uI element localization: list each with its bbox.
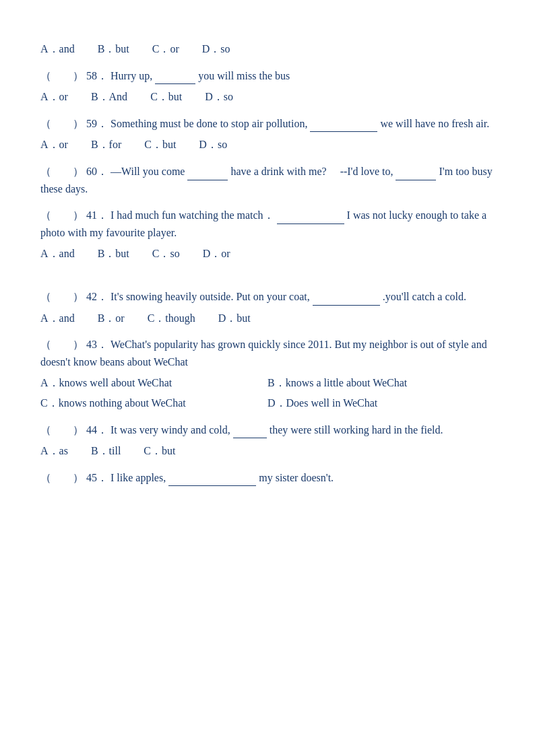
q59-options: A．or B．for C．but D．so (40, 136, 495, 153)
q42-text-before: It's snowing heavily outside. Put on you… (111, 291, 310, 302)
q58-option-b: B．And (91, 88, 127, 106)
q44-text-before: It was very windy and cold, (111, 424, 230, 436)
q42-blank (313, 295, 380, 306)
q45-block: （ ） 45． I like apples, my sister doesn't… (40, 469, 495, 487)
q42-option-c: C．though (148, 310, 195, 327)
q60-text1: —Will you come (111, 166, 185, 177)
q57-options: A．and B．but C．or D．so (40, 40, 495, 58)
q41-options: A．and B．but C．so D．or (40, 245, 495, 263)
q44-question: （ ） 44． It was very windy and cold, they… (40, 421, 495, 439)
q44-text-after: they were still working hard in the fiel… (270, 424, 443, 436)
q58-option-a: A．or (40, 88, 68, 106)
q44-option-a: A．as (40, 442, 68, 460)
q41-option-d: D．or (203, 245, 230, 263)
q41-option-c: C．so (152, 245, 180, 263)
q44-number: 44． (86, 424, 108, 436)
q44-block: （ ） 44． It was very windy and cold, they… (40, 421, 495, 460)
q45-text-after: my sister doesn't. (259, 472, 334, 483)
q43-question: （ ） 43． WeChat's popularity has grown qu… (40, 336, 495, 370)
q44-blank (233, 427, 267, 438)
q43-option-b: B．knows a little about WeChat (268, 374, 495, 392)
q42-option-d: D．but (218, 310, 251, 327)
q44-options: A．as B．till C．but (40, 442, 495, 460)
option-d: D．so (202, 40, 230, 58)
q42-number: 42． (86, 291, 108, 302)
q58-number: 58． (86, 70, 108, 81)
q59-block: （ ） 59． Something must be done to stop a… (40, 115, 495, 153)
q42-options: A．and B．or C．though D．but (40, 310, 495, 327)
q44-option-c: C．but (144, 442, 175, 460)
q58-blank (155, 73, 195, 84)
q44-paren-open: （ ） (40, 424, 84, 436)
q43-block: （ ） 43． WeChat's popularity has grown qu… (40, 336, 495, 411)
q41-option-a: A．and (40, 245, 75, 263)
q58-paren-open: （ ） (40, 70, 84, 81)
q60-question: （ ） 60． —Will you come have a drink with… (40, 163, 495, 197)
q43-option-a: A．knows well about WeChat (40, 374, 268, 392)
q58-option-d: D．so (205, 88, 233, 106)
q59-blank (310, 121, 377, 132)
q44-option-b: B．till (91, 442, 121, 460)
q57-options-block: A．and B．but C．or D．so (40, 40, 495, 58)
q58-block: （ ） 58． Hurry up, you will miss the bus … (40, 67, 495, 106)
q42-question: （ ） 42． It's snowing heavily outside. Pu… (40, 288, 495, 306)
q41-block: （ ） 41． I had much fun watching the matc… (40, 207, 495, 263)
q42-text-after: .you'll catch a cold. (383, 291, 466, 302)
q60-blank1 (187, 170, 228, 180)
option-b: B．but (98, 40, 129, 58)
q59-option-b: B．for (91, 136, 121, 153)
q41-text-before: I had much fun watching the match． (111, 209, 274, 221)
q59-text-after: we will have no fresh air. (380, 118, 489, 129)
option-c: C．or (152, 40, 179, 58)
q59-question: （ ） 59． Something must be done to stop a… (40, 115, 495, 133)
q58-question: （ ） 58． Hurry up, you will miss the bus (40, 67, 495, 85)
q43-number: 43． (86, 339, 108, 350)
q42-paren-open: （ ） (40, 291, 84, 302)
q43-option-c: C．knows nothing about WeChat (40, 394, 268, 412)
q45-text-before: I like apples, (111, 472, 166, 483)
q58-options: A．or B．And C．but D．so (40, 88, 495, 106)
q58-text-before: Hurry up, (111, 70, 152, 81)
q58-text-after: you will miss the bus (198, 70, 290, 81)
q41-paren-open: （ ） (40, 209, 84, 221)
q59-option-a: A．or (40, 136, 68, 153)
q59-option-c: C．but (144, 136, 176, 153)
q45-number: 45． (86, 472, 108, 483)
q41-option-b: B．but (98, 245, 129, 263)
q41-number: 41． (86, 209, 108, 221)
option-a: A．and (40, 40, 75, 58)
q43-option-d: D．Does well in WeChat (268, 394, 495, 412)
q43-text: WeChat's popularity has grown quickly si… (40, 339, 487, 368)
q59-paren-open: （ ） (40, 118, 84, 129)
q42-option-a: A．and (40, 310, 75, 327)
q41-question: （ ） 41． I had much fun watching the matc… (40, 207, 495, 241)
q58-option-c: C．but (150, 88, 182, 106)
q43-paren-open: （ ） (40, 339, 84, 350)
q59-number: 59． (86, 118, 108, 129)
q60-paren-open: （ ） (40, 166, 84, 177)
q42-block: （ ） 42． It's snowing heavily outside. Pu… (40, 288, 495, 327)
q59-text-before: Something must be done to stop air pollu… (111, 118, 307, 129)
q60-block: （ ） 60． —Will you come have a drink with… (40, 163, 495, 197)
q43-options: A．knows well about WeChat B．knows a litt… (40, 374, 495, 411)
q60-number: 60． (86, 166, 108, 177)
spacer (40, 272, 495, 288)
q45-question: （ ） 45． I like apples, my sister doesn't… (40, 469, 495, 487)
q41-blank (277, 213, 344, 224)
q45-paren-open: （ ） (40, 472, 84, 483)
q45-blank (168, 475, 256, 486)
q60-blank2 (396, 170, 436, 180)
q60-text2: have a drink with me? --I'd love to, (230, 166, 393, 177)
q59-option-d: D．so (199, 136, 227, 153)
q42-option-b: B．or (98, 310, 125, 327)
